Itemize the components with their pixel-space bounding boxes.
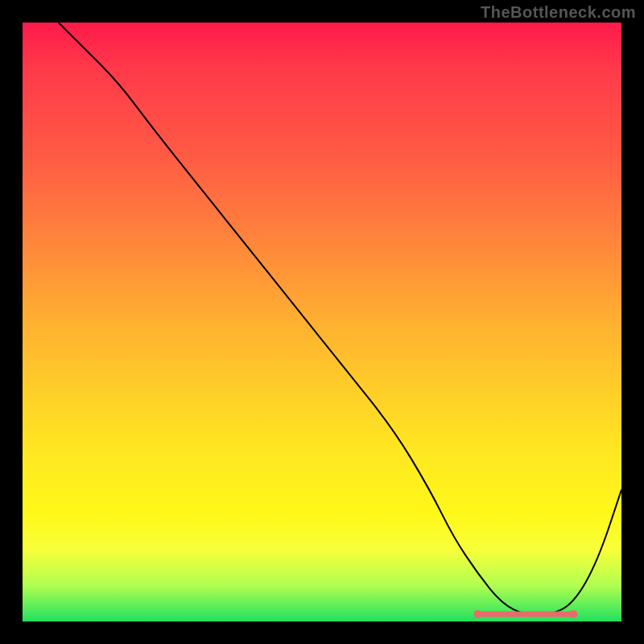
chart-container: TheBottleneck.com (0, 0, 644, 644)
bottleneck-curve-line (59, 23, 621, 616)
plot-area (23, 23, 621, 621)
watermark-text: TheBottleneck.com (481, 3, 636, 22)
optimal-range-start-dot (473, 610, 481, 618)
chart-svg (23, 23, 621, 621)
optimal-range-end-dot (569, 610, 577, 618)
